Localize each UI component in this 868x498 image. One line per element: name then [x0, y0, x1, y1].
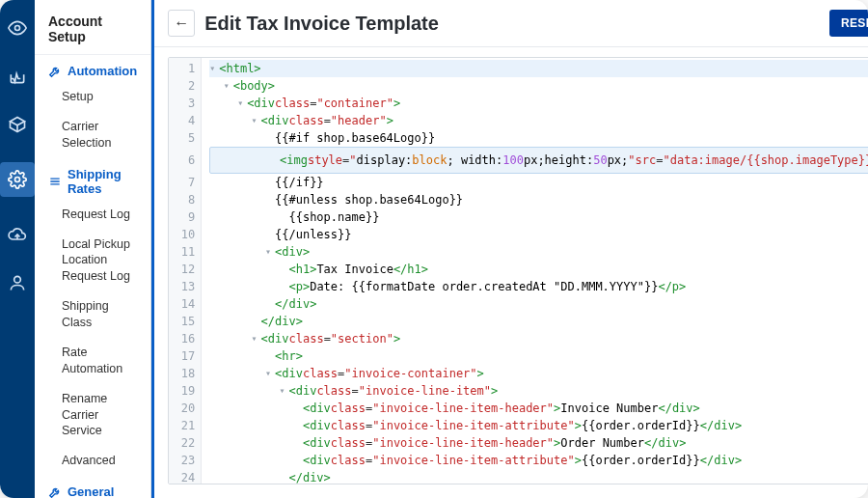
back-button[interactable]: ←	[168, 10, 195, 37]
nav-section-general[interactable]: General	[35, 476, 150, 498]
nav-item-rate-automation[interactable]: Rate Automation	[35, 338, 150, 384]
nav-item-local-pickup-location-request-log[interactable]: Local Pickup Location Request Log	[35, 230, 150, 292]
code-line[interactable]: <h1>Tax Invoice</h1>	[209, 261, 868, 278]
code-line[interactable]: </div>	[209, 469, 868, 484]
code-line[interactable]: ▾<html>	[209, 60, 868, 77]
page-title: Edit Tax Invoice Template	[204, 13, 820, 35]
code-editor[interactable]: 1234567891011121314151617181920212223242…	[168, 57, 868, 484]
app-shell: Account Setup AutomationSetupCarrier Sel…	[0, 0, 868, 498]
code-line[interactable]: {{/unless}}	[209, 226, 868, 243]
topbar: ← Edit Tax Invoice Template RESET DEFAUL…	[154, 0, 868, 47]
svg-point-2	[14, 276, 21, 283]
code-area[interactable]: ▾<html> ▾<body> ▾<div class="container">…	[202, 58, 868, 484]
main-panel: ← Edit Tax Invoice Template RESET DEFAUL…	[151, 0, 868, 498]
code-line[interactable]: {{#unless shop.base64Logo}}	[209, 191, 868, 208]
code-line[interactable]: </div>	[209, 295, 868, 313]
sidebar-nav: AutomationSetupCarrier SelectionShipping…	[35, 55, 150, 498]
rail-box-icon[interactable]	[7, 114, 28, 135]
code-line[interactable]: ▾<div class="invoice-line-item">	[209, 382, 868, 400]
code-line[interactable]: <div class="invoice-line-item-attribute"…	[209, 417, 868, 434]
sidebar: Account Setup AutomationSetupCarrier Sel…	[35, 0, 151, 498]
nav-section-shipping-rates[interactable]: Shipping Rates	[35, 158, 150, 200]
code-line[interactable]: <p>Date: {{formatDate order.createdAt "D…	[209, 278, 868, 295]
rail-cloud-icon[interactable]	[7, 224, 28, 245]
nav-item-setup[interactable]: Setup	[35, 82, 150, 112]
code-line[interactable]: {{shop.name}}	[209, 208, 868, 226]
icon-rail	[0, 0, 35, 498]
nav-section-automation[interactable]: Automation	[35, 55, 150, 82]
nav-item-rename-carrier-service[interactable]: Rename Carrier Service	[35, 384, 150, 447]
rail-eye-icon[interactable]	[7, 17, 28, 39]
code-line[interactable]: ▾<body>	[209, 77, 868, 95]
rail-support-icon[interactable]	[7, 66, 28, 87]
svg-point-0	[15, 26, 20, 31]
code-line[interactable]: ▾<div class="section">	[209, 330, 868, 347]
code-line[interactable]: ▾<div>	[209, 243, 868, 261]
code-line[interactable]: <div class="invoice-line-item-attribute"…	[209, 452, 868, 469]
code-line[interactable]: ▾<div class="container">	[209, 95, 868, 112]
nav-section-label: Automation	[68, 64, 137, 78]
nav-item-shipping-class[interactable]: Shipping Class	[35, 291, 150, 338]
nav-section-label: Shipping Rates	[68, 167, 137, 196]
arrow-left-icon: ←	[174, 14, 189, 32]
code-line[interactable]: <hr>	[209, 347, 868, 365]
code-line[interactable]: {{#if shop.base64Logo}}	[209, 129, 868, 147]
reset-default-button[interactable]: RESET DEFAULT	[829, 10, 868, 37]
code-line[interactable]: <div class="invoice-line-item-header">Or…	[209, 434, 868, 452]
nav-item-advanced[interactable]: Advanced	[35, 446, 150, 476]
editor-container: 1234567891011121314151617181920212223242…	[154, 47, 868, 498]
line-gutter: 1234567891011121314151617181920212223242…	[169, 58, 202, 484]
code-line[interactable]: </div>	[209, 313, 868, 330]
code-line[interactable]: {{/if}}	[209, 174, 868, 191]
rail-gear-icon[interactable]	[0, 162, 35, 197]
code-line[interactable]: ▾<div class="header">	[209, 112, 868, 129]
nav-section-label: General	[68, 484, 114, 498]
code-line[interactable]: <img style="display:block; width:100px;h…	[209, 147, 868, 174]
code-line[interactable]: ▾<div class="invoice-container">	[209, 365, 868, 382]
svg-point-1	[15, 178, 20, 182]
action-buttons: RESET DEFAULT PREVIEW SAVE	[829, 10, 868, 37]
sidebar-title: Account Setup	[35, 0, 150, 55]
code-line[interactable]: <div class="invoice-line-item-header">In…	[209, 400, 868, 417]
nav-item-carrier-selection[interactable]: Carrier Selection	[35, 112, 150, 158]
rail-user-icon[interactable]	[7, 272, 28, 293]
nav-item-request-log[interactable]: Request Log	[35, 200, 150, 230]
